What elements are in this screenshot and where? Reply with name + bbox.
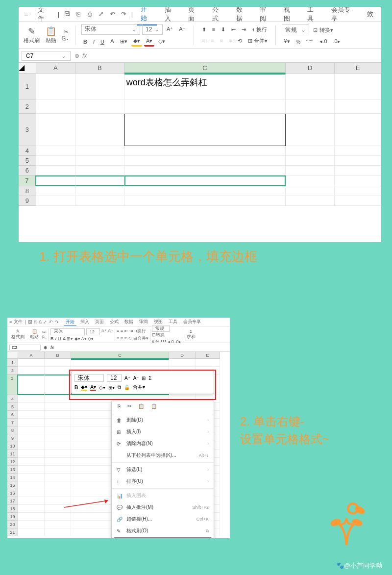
- cell-a1[interactable]: [36, 74, 75, 100]
- tab-member[interactable]: 会员专享: [181, 318, 203, 325]
- tab-insert[interactable]: 插入: [161, 7, 181, 25]
- tab-review[interactable]: 审阅: [137, 318, 150, 325]
- paste-icon[interactable]: 📋: [138, 403, 144, 409]
- save-icon[interactable]: 🖫: [63, 10, 71, 18]
- search-icon[interactable]: ⊕: [44, 345, 48, 350]
- tab-formula[interactable]: 公式: [108, 318, 121, 325]
- ctx-cell-format[interactable]: ⊞设置单元格格式(F)...Ctrl+1: [113, 537, 212, 538]
- select-all-corner[interactable]: [7, 352, 18, 359]
- align-center-icon[interactable]: ≡: [209, 37, 216, 45]
- row-header-2[interactable]: 2: [19, 100, 36, 114]
- font-color-button[interactable]: A▾: [90, 384, 96, 391]
- file-menu[interactable]: 文件: [14, 319, 23, 325]
- col-header-e[interactable]: E: [196, 352, 220, 359]
- tab-member[interactable]: 会员专享: [327, 7, 359, 25]
- tab-home[interactable]: 开始: [64, 318, 76, 326]
- row-header-4[interactable]: 4: [19, 146, 36, 156]
- name-box[interactable]: C7⌄: [22, 51, 71, 61]
- cell-c3-bordered[interactable]: [124, 114, 286, 146]
- cell-c7-selected[interactable]: [124, 175, 286, 186]
- save-icon[interactable]: 🖫: [28, 320, 32, 325]
- fill-color-button[interactable]: ◆▾: [81, 384, 87, 391]
- fx-label[interactable]: fx: [82, 52, 87, 59]
- align-top-icon[interactable]: ⬆: [200, 25, 208, 34]
- borders-button[interactable]: ⊞▾: [108, 385, 115, 390]
- decrease-font-icon[interactable]: A⁻: [177, 25, 187, 33]
- col-header-b[interactable]: B: [75, 63, 124, 74]
- cell-b1[interactable]: [75, 74, 124, 100]
- paste-icon[interactable]: 📋: [46, 26, 56, 37]
- export-icon[interactable]: ⎘: [34, 320, 37, 325]
- ctx-delete[interactable]: 🗑删除(D)›: [112, 414, 214, 426]
- tab-view[interactable]: 视图: [280, 7, 300, 25]
- tab-review[interactable]: 审阅: [256, 7, 276, 25]
- col-header-d[interactable]: D: [286, 63, 335, 74]
- ctx-hyperlink[interactable]: 🔗超链接(H)...Ctrl+K: [112, 513, 214, 525]
- col-header-b[interactable]: B: [45, 352, 71, 359]
- tab-tools[interactable]: 工具: [167, 318, 179, 325]
- rotate-icon[interactable]: ⟲: [236, 37, 244, 45]
- tab-data[interactable]: 数据: [122, 318, 135, 325]
- context-menu[interactable]: ⎘ ✂ 📋 📋 🗑删除(D)› ⊞插入(I)› ⟳清除内容(N)› 从下拉列表中…: [111, 400, 214, 538]
- transform-button[interactable]: ⊡ 转换▾: [311, 25, 335, 35]
- sum-icon[interactable]: Σ: [190, 329, 193, 334]
- floating-mini-toolbar[interactable]: 宋体 12 A⁺ A⁻ ⊞ Σ B ◆▾ A▾ ◇▾ ⊞▾ ⧉ 🔓 合并▾: [71, 371, 214, 394]
- format-painter-icon[interactable]: ✎: [16, 329, 20, 334]
- fill-color-button[interactable]: ◆▾: [131, 37, 142, 47]
- cell-c1[interactable]: word表格怎么弄斜杠: [124, 74, 286, 100]
- tab-insert[interactable]: 插入: [78, 318, 91, 325]
- tab-view[interactable]: 视图: [152, 318, 165, 325]
- menu-icon[interactable]: ≡: [9, 320, 12, 325]
- print-icon[interactable]: ⎙: [39, 320, 41, 325]
- print-icon[interactable]: ⎙: [86, 10, 93, 18]
- ctx-clear[interactable]: ⟳清除内容(N)›: [112, 438, 214, 450]
- ctx-format-painter[interactable]: ✎格式刷(O)⧉: [112, 525, 214, 537]
- search-icon[interactable]: ⊕: [74, 52, 79, 59]
- mini-font-select[interactable]: 宋体: [74, 374, 104, 382]
- row-header-8[interactable]: 8: [19, 186, 36, 196]
- row-header-6[interactable]: 6: [19, 166, 36, 175]
- spreadsheet-grid[interactable]: ◢ A B C D E 1 word表格怎么弄斜杠 2 3: [19, 63, 381, 206]
- ctx-insert[interactable]: ⊞插入(I)›: [112, 426, 214, 438]
- sum-icon[interactable]: Σ: [148, 375, 151, 381]
- redo-icon[interactable]: ↷: [120, 10, 127, 18]
- align-right-icon[interactable]: ≡: [218, 37, 225, 45]
- tab-formula[interactable]: 公式: [208, 7, 228, 25]
- currency-button[interactable]: ¥▾: [282, 37, 292, 46]
- bold-button[interactable]: B: [74, 385, 78, 390]
- cell-e1[interactable]: [335, 74, 381, 100]
- menu-icon[interactable]: ≡: [23, 10, 30, 18]
- col-header-d[interactable]: D: [169, 352, 196, 359]
- mini-size-select[interactable]: 12: [107, 374, 122, 382]
- file-menu[interactable]: 文件: [34, 7, 54, 25]
- align-justify-icon[interactable]: ≡: [227, 37, 234, 45]
- paste-special-icon[interactable]: 📋: [151, 403, 157, 409]
- decrease-decimal-button[interactable]: .0▸: [331, 37, 343, 46]
- indent-right-icon[interactable]: ⇥: [240, 25, 248, 34]
- font-name-select[interactable]: 宋体⌄: [81, 24, 140, 35]
- row-header-5[interactable]: 5: [19, 156, 36, 166]
- size-select[interactable]: 12: [86, 328, 100, 335]
- cut-icon[interactable]: ✂: [127, 403, 131, 409]
- select-all-corner[interactable]: ◢: [19, 63, 36, 74]
- ctx-comment[interactable]: 💬插入批注(M)Shift+F2: [112, 501, 214, 513]
- tab-more[interactable]: 效: [363, 8, 377, 21]
- paste-icon[interactable]: 📋: [32, 329, 37, 334]
- redo-icon[interactable]: ↷: [55, 320, 59, 325]
- ctx-filter[interactable]: ▽筛选(L)›: [112, 464, 214, 475]
- lock-icon[interactable]: 🔓: [124, 385, 130, 390]
- increase-font-icon[interactable]: A⁺: [165, 25, 175, 33]
- undo-icon[interactable]: ↶: [49, 320, 53, 325]
- row-header-3[interactable]: 3: [19, 114, 36, 146]
- format-painter-icon[interactable]: ⧉: [118, 384, 121, 390]
- col-header-c[interactable]: C: [124, 63, 286, 74]
- eraser-icon[interactable]: ◇▾: [156, 37, 167, 46]
- italic-button[interactable]: I: [91, 38, 97, 46]
- fx-label[interactable]: fx: [50, 345, 54, 350]
- ctx-sort[interactable]: ↕排序(U)›: [112, 475, 214, 487]
- tab-data[interactable]: 数据: [232, 7, 252, 25]
- cut-icon[interactable]: ✂: [64, 29, 68, 35]
- export-icon[interactable]: ⎘: [74, 10, 82, 18]
- merge-button[interactable]: ⊞ 合并▾: [246, 36, 270, 46]
- font-color-button[interactable]: A▾: [144, 37, 154, 47]
